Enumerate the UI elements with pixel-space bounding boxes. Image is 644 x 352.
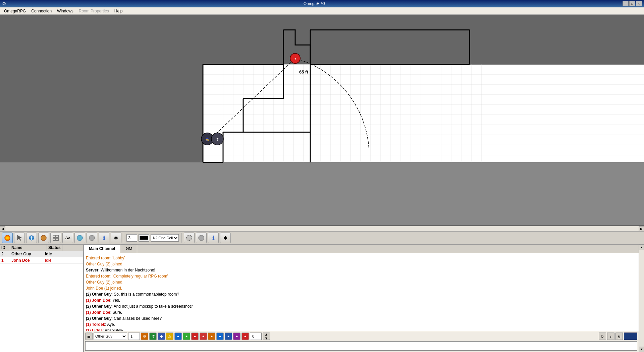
- chat-message: Other Guy (2) joined.: [86, 279, 637, 285]
- zoom-input[interactable]: [126, 234, 137, 242]
- player-status: Idle: [44, 257, 67, 263]
- tool-extra-4[interactable]: ✱: [220, 233, 231, 243]
- token-tool-button[interactable]: [38, 233, 49, 243]
- chat-icon-btn-5[interactable]: ●: [174, 333, 182, 340]
- chat-scrollbar[interactable]: ▲ ▼: [639, 245, 644, 352]
- chat-tabs: Main Channel GM: [84, 245, 639, 253]
- chat-menu-button[interactable]: ☰: [85, 333, 93, 340]
- msg-text: : So, this is a common tabletop room?: [112, 292, 179, 297]
- arrow-tool-button[interactable]: [14, 233, 25, 243]
- svg-point-88: [186, 235, 192, 241]
- chat-icon-btn-2[interactable]: 🗡: [149, 333, 157, 340]
- svg-point-81: [41, 235, 46, 241]
- bottom-section: ID Name Status 2 Other Guy Idle 1 John D…: [0, 245, 644, 352]
- titlebar-controls[interactable]: ─ □ ✕: [623, 1, 642, 6]
- underline-button[interactable]: u: [615, 333, 623, 340]
- chat-icon-btn-1[interactable]: ⚙: [141, 333, 148, 340]
- col-header-name: Name: [10, 245, 47, 251]
- chat-icon-btn-7[interactable]: ●: [191, 333, 199, 340]
- text-tool-button[interactable]: Aa: [62, 233, 73, 243]
- chat-icon-btn-3[interactable]: ◆: [158, 333, 165, 340]
- chat-icon-btn-4[interactable]: ⚠: [166, 333, 173, 340]
- chat-message: (1) Tordek: Aye.: [86, 321, 637, 328]
- svg-rect-85: [56, 238, 58, 241]
- msg-speaker: (2) Other Guy: [86, 316, 112, 321]
- chat-icon-btn-13[interactable]: ●: [241, 333, 249, 340]
- italic-button[interactable]: i: [607, 333, 614, 340]
- menu-room-properties: Room Properties: [76, 8, 112, 14]
- menu-connection[interactable]: Connection: [29, 8, 54, 14]
- scroll-left-button[interactable]: ◀: [0, 226, 5, 232]
- chat-messages[interactable]: Entered room: 'Lobby' Other Guy (2) join…: [84, 253, 639, 331]
- roll-sides-input[interactable]: [250, 333, 262, 340]
- menubar: OmegaRPG Connection Windows Room Propert…: [0, 7, 644, 15]
- player-id: 2: [0, 251, 10, 257]
- chat-icon-btn-11[interactable]: ●: [225, 333, 232, 340]
- fog-tool-button[interactable]: [74, 233, 85, 243]
- player-id: 1: [0, 257, 10, 263]
- toolbar-separator-1: [124, 233, 124, 243]
- scroll-track-h[interactable]: [5, 226, 639, 231]
- tool-extra-1[interactable]: [184, 233, 195, 243]
- horizontal-scrollbar[interactable]: ◀ ▶: [0, 226, 644, 231]
- move-tool-button[interactable]: [26, 233, 37, 243]
- svg-text:🗡: 🗡: [216, 138, 219, 141]
- send-button[interactable]: [624, 333, 637, 340]
- chat-text-input[interactable]: [85, 341, 637, 351]
- bold-button[interactable]: b: [599, 333, 606, 340]
- chat-icon-btn-9[interactable]: ●: [208, 333, 215, 340]
- chat-message: Entered room: 'Completely regular RPG ro…: [86, 273, 637, 279]
- grid-tool-button[interactable]: [50, 233, 61, 243]
- svg-rect-84: [53, 238, 55, 241]
- svg-point-87: [89, 235, 95, 241]
- svg-rect-3: [310, 30, 644, 65]
- maximize-button[interactable]: □: [629, 1, 635, 6]
- tool-extra-4-icon: ✱: [223, 235, 227, 241]
- minimize-button[interactable]: ─: [623, 1, 629, 6]
- svg-rect-83: [56, 235, 58, 238]
- settings-tool-button[interactable]: ✱: [111, 233, 121, 243]
- chat-message: (2) Other Guy: So, this is a common tabl…: [86, 291, 637, 297]
- info-tool-button[interactable]: ℹ: [99, 233, 109, 243]
- roll-increment-button[interactable]: ▲▼: [263, 333, 270, 340]
- menu-help[interactable]: Help: [112, 8, 125, 14]
- chat-icon-btn-8[interactable]: ●: [200, 333, 207, 340]
- toolbar: Aa ℹ ✱ 1/2 Grid Cell 1 Grid Cell 2 Grid …: [0, 231, 644, 245]
- scroll-thumb[interactable]: [639, 250, 644, 347]
- chat-icon-btn-12[interactable]: ●: [233, 333, 240, 340]
- character-select[interactable]: Other Guy: [94, 333, 127, 340]
- roll-count-input[interactable]: [128, 333, 140, 340]
- scroll-up-button[interactable]: ▲: [639, 245, 644, 250]
- player-row[interactable]: 2 Other Guy Idle: [0, 251, 83, 257]
- chat-message: (1) Lidda: Absolutely.: [86, 328, 637, 331]
- circle-tool-button[interactable]: [87, 233, 97, 243]
- color-picker[interactable]: [139, 234, 149, 242]
- settings-icon: ✱: [114, 235, 118, 241]
- menu-omegarrpg[interactable]: OmegaRPG: [1, 8, 29, 14]
- scroll-right-button[interactable]: ▶: [639, 226, 644, 232]
- msg-text: : Absolutely.: [103, 328, 124, 331]
- player-row[interactable]: 1 John Doe Idle: [0, 257, 83, 264]
- tab-main-channel[interactable]: Main Channel: [84, 245, 120, 253]
- scroll-down-button[interactable]: ▼: [639, 347, 644, 352]
- grid-size-select[interactable]: 1/2 Grid Cell 1 Grid Cell 2 Grid Cell: [151, 234, 179, 242]
- chat-message: (2) Other Guy: And not just a mockup to …: [86, 303, 637, 309]
- svg-text:✦: ✦: [294, 57, 297, 61]
- titlebar-left: ⚙: [2, 1, 6, 6]
- map-area[interactable]: 🧙 🗡 ✦ 65 ft: [0, 15, 644, 226]
- chat-icon-btn-10[interactable]: ●: [216, 333, 224, 340]
- close-button[interactable]: ✕: [636, 1, 642, 6]
- msg-text: : Sure.: [110, 310, 122, 315]
- svg-point-86: [77, 235, 83, 241]
- menu-windows[interactable]: Windows: [54, 8, 76, 14]
- tool-extra-2[interactable]: [196, 233, 207, 243]
- select-tool-button[interactable]: [2, 233, 13, 243]
- tool-extra-3[interactable]: ℹ: [208, 233, 219, 243]
- main-content: 🧙 🗡 ✦ 65 ft ◀ ▶: [0, 15, 644, 352]
- map-svg: 🧙 🗡 ✦ 65 ft: [0, 15, 644, 225]
- chat-icon-btn-6[interactable]: ●: [183, 333, 190, 340]
- tool-extra-3-icon: ℹ: [212, 235, 214, 241]
- chat-message: (1) John Doe: Yes.: [86, 297, 637, 303]
- tab-gm[interactable]: GM: [121, 245, 137, 253]
- chat-message: John Doe (1) joined.: [86, 285, 637, 291]
